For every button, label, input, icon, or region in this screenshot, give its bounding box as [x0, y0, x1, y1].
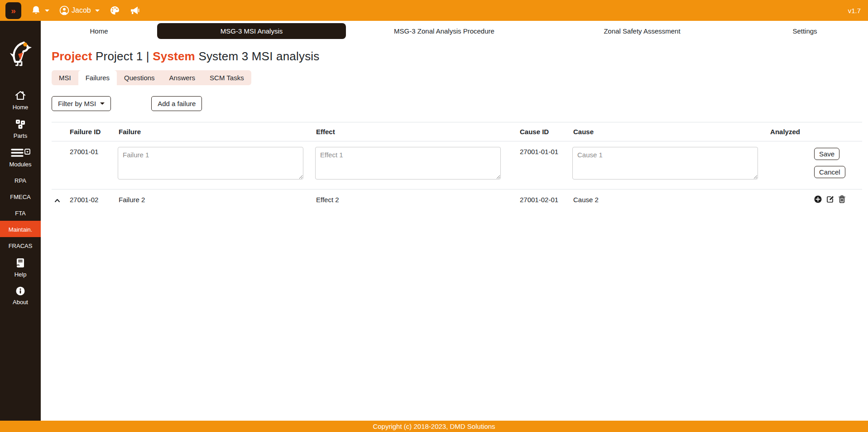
project-name: Project 1: [96, 49, 143, 63]
copyright-text: Copyright (c) 2018-2023, DMD Solutions: [373, 422, 495, 430]
robin-logo: [7, 38, 34, 70]
chevron-down-icon: [100, 102, 105, 105]
page-title: Project Project 1 | System System 3 MSI …: [52, 49, 862, 63]
bell-icon: [31, 5, 41, 15]
filter-by-msi-label: Filter by MSI: [58, 100, 96, 107]
user-menu[interactable]: Jacob: [59, 5, 100, 15]
sidebar-item-parts[interactable]: Parts: [0, 115, 41, 143]
sidebar-item-fracas[interactable]: FRACAS: [0, 237, 41, 253]
modules-icon: [10, 147, 30, 158]
system-label: System: [153, 49, 195, 63]
sub-tabs: MSI Failures Questions Answers SCM Tasks: [52, 70, 251, 85]
table-row: 27001-01 Failure 1 Effect 1 27001-01-01 …: [52, 141, 862, 189]
top-bar: » Jacob v1.7: [0, 0, 868, 21]
header-cause: Cause: [572, 122, 762, 141]
chevron-down-icon: [45, 10, 49, 12]
collapse-toggle[interactable]: [52, 189, 69, 209]
user-name: Jacob: [72, 6, 91, 15]
sidebar-item-help[interactable]: Help: [0, 253, 41, 282]
cause-id-value: 27001-01-01: [519, 141, 572, 189]
effect-textarea[interactable]: Effect 1: [315, 147, 501, 180]
sidebar-item-label: About: [0, 299, 41, 306]
header-cause-id: Cause ID: [519, 122, 572, 141]
row-actions: Save Cancel: [808, 141, 862, 189]
sidebar-item-fta[interactable]: FTA: [0, 204, 41, 221]
nav-item-settings[interactable]: Settings: [742, 23, 868, 39]
sidebar: Home Parts Modules RPA FMECA: [0, 21, 41, 421]
tab-failures[interactable]: Failures: [78, 70, 117, 85]
effect-cell: Effect 1: [315, 141, 519, 189]
cause-value: Cause 2: [572, 189, 762, 209]
tab-scm-tasks[interactable]: SCM Tasks: [202, 70, 251, 85]
book-icon: [15, 257, 25, 268]
sidebar-item-label: RPA: [0, 177, 41, 184]
analyzed-cell: [762, 141, 808, 189]
effect-value: Effect 2: [315, 189, 519, 209]
app-frame: » Jacob v1.7: [0, 0, 868, 432]
table-row: 27001-02 Failure 2 Effect 2 27001-02-01 …: [52, 189, 862, 209]
sidebar-item-modules[interactable]: Modules: [0, 143, 41, 172]
nav-item-zonal-safety-assessment[interactable]: Zonal Safety Assessment: [542, 23, 742, 39]
header-failure: Failure: [118, 122, 315, 141]
sidebar-item-label: Maintain.: [0, 226, 41, 233]
sidebar-item-home[interactable]: Home: [0, 86, 41, 115]
cancel-button[interactable]: Cancel: [814, 166, 845, 178]
home-icon: [14, 90, 26, 101]
announcements-button[interactable]: [129, 5, 140, 15]
sidebar-item-about[interactable]: About: [0, 282, 41, 310]
tab-answers[interactable]: Answers: [162, 70, 203, 85]
header-analyzed: Analyzed: [762, 122, 808, 141]
delete-button[interactable]: [839, 195, 845, 204]
add-failure-button[interactable]: Add a failure: [151, 96, 202, 111]
failures-table: Failure ID Failure Effect Cause ID Cause…: [52, 122, 862, 209]
tab-msi[interactable]: MSI: [52, 70, 78, 85]
edit-button[interactable]: [826, 195, 834, 204]
sidebar-toggle-button[interactable]: »: [5, 2, 21, 19]
theme-button[interactable]: [110, 5, 120, 15]
palette-icon: [110, 5, 120, 15]
sidebar-item-label: Modules: [0, 161, 41, 168]
nav-item-msg3-zonal-analysis[interactable]: MSG-3 Zonal Analysis Procedure: [346, 23, 542, 39]
failure-id-value: 27001-01: [69, 141, 118, 189]
main-nav: Home MSG-3 MSI Analysis MSG-3 Zonal Anal…: [41, 21, 868, 41]
info-icon: [15, 286, 25, 296]
nav-item-home[interactable]: Home: [41, 23, 157, 39]
row-actions: [808, 189, 862, 209]
chevron-down-icon: [95, 10, 100, 12]
sidebar-item-label: FRACAS: [0, 243, 41, 249]
toolbar: Filter by MSI Add a failure: [52, 96, 862, 111]
failure-textarea[interactable]: Failure 1: [118, 147, 303, 180]
chevron-up-icon: [54, 196, 60, 204]
nav-item-msg3-msi-analysis[interactable]: MSG-3 MSI Analysis: [157, 23, 346, 39]
app-version: v1.7: [848, 7, 861, 15]
filter-by-msi-dropdown[interactable]: Filter by MSI: [52, 96, 111, 111]
trash-icon: [839, 195, 845, 204]
plus-circle-icon: [814, 195, 822, 204]
failure-id-value: 27001-02: [69, 189, 118, 209]
edit-icon: [826, 195, 834, 204]
header-failure-id: Failure ID: [69, 122, 118, 141]
notifications-menu[interactable]: [31, 5, 49, 15]
user-icon: [59, 5, 69, 15]
sidebar-item-fmeca[interactable]: FMECA: [0, 188, 41, 204]
header-actions: [808, 122, 862, 141]
cause-textarea[interactable]: Cause 1: [572, 147, 758, 180]
title-separator: |: [146, 49, 149, 63]
header-effect: Effect: [315, 122, 519, 141]
tab-questions[interactable]: Questions: [117, 70, 162, 85]
failure-cell: Failure 1: [118, 141, 315, 189]
sidebar-item-label: FMECA: [0, 194, 41, 200]
sidebar-item-label: Home: [0, 104, 41, 111]
add-cause-button[interactable]: [814, 195, 822, 204]
main-content: Home MSG-3 MSI Analysis MSG-3 Zonal Anal…: [41, 21, 868, 421]
sidebar-item-label: Help: [0, 271, 41, 278]
system-name: System 3 MSI analysis: [198, 49, 319, 63]
save-button[interactable]: Save: [814, 148, 839, 160]
parts-icon: [14, 119, 26, 130]
sidebar-item-maintain[interactable]: Maintain.: [0, 221, 41, 237]
megaphone-icon: [129, 5, 140, 15]
cause-cell: Cause 1: [572, 141, 762, 189]
sidebar-item-rpa[interactable]: RPA: [0, 172, 41, 188]
cause-id-value: 27001-02-01: [519, 189, 572, 209]
table-header-row: Failure ID Failure Effect Cause ID Cause…: [52, 122, 862, 141]
